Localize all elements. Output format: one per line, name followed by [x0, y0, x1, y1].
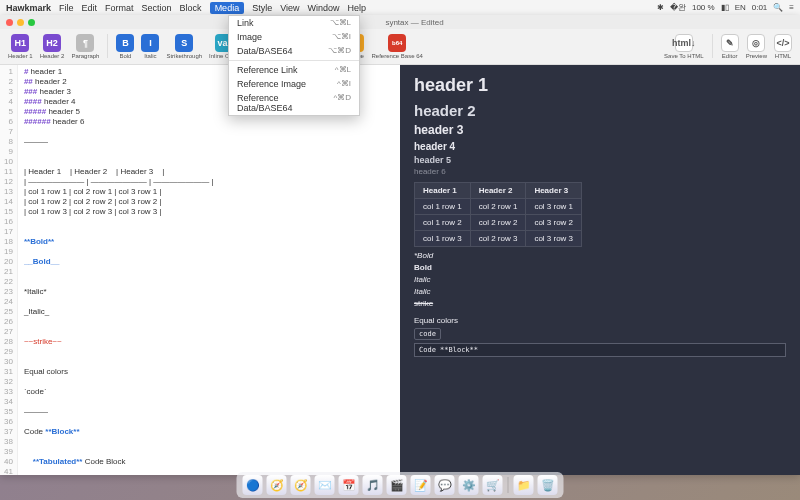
spotlight-icon[interactable]: 🔍 — [773, 3, 783, 12]
menu-item-reference-image[interactable]: Reference Image^⌘I — [229, 77, 359, 91]
preview-h3: header 3 — [414, 123, 786, 137]
italic-icon: I — [141, 34, 159, 52]
editor-icon: ✎ — [721, 34, 739, 52]
menu-help[interactable]: Help — [348, 3, 367, 13]
editor-pane[interactable]: 1234567891011121314151617181920212223242… — [0, 65, 400, 475]
html-icon: </> — [774, 34, 792, 52]
menu-item-reference-data-base64[interactable]: Reference Data/BASE64^⌘D — [229, 91, 359, 115]
header-1-icon: H1 — [11, 34, 29, 52]
preview-strike: strike — [414, 299, 786, 308]
battery-icon: ▮▯ — [721, 3, 729, 12]
titlebar: syntax — Edited — [0, 15, 800, 29]
dock-app-4[interactable]: 📅 — [339, 475, 359, 495]
toolbar-header-2[interactable]: H2Header 2 — [38, 34, 67, 59]
traffic-lights[interactable] — [6, 19, 35, 26]
dock-app-3[interactable]: ✉️ — [315, 475, 335, 495]
preview-code-block: Code **Block** — [414, 343, 786, 357]
paragraph-icon: ¶ — [76, 34, 94, 52]
bluetooth-icon: ✱ — [657, 3, 664, 12]
menu-window[interactable]: Window — [308, 3, 340, 13]
toolbar-reference-base-64[interactable]: b64Reference Base 64 — [369, 34, 424, 59]
line-gutter: 1234567891011121314151617181920212223242… — [0, 65, 18, 475]
preview-icon: ◎ — [747, 34, 765, 52]
source-code[interactable]: # header 1## header 2### header 3#### he… — [18, 65, 220, 475]
toolbar-bold[interactable]: BBold — [114, 34, 136, 59]
preview-bold-star: *Bold — [414, 251, 786, 260]
dock-app-5[interactable]: 🎵 — [363, 475, 383, 495]
lang-indicator: EN — [735, 3, 746, 12]
dock-app-8[interactable]: 💬 — [435, 475, 455, 495]
bold-icon: B — [116, 34, 134, 52]
dock-app-7[interactable]: 📝 — [411, 475, 431, 495]
preview-h2: header 2 — [414, 102, 786, 119]
preview-italic: Italic — [414, 275, 786, 284]
header-2-icon: H2 — [43, 34, 61, 52]
dock-app-0[interactable]: 🔵 — [243, 475, 263, 495]
macos-menubar: Hawkmark FileEditFormatSectionBlockMedia… — [0, 0, 800, 15]
dock-app-12[interactable]: 🗑️ — [538, 475, 558, 495]
preview-h5: header 5 — [414, 155, 786, 165]
preview-equal: Equal colors — [414, 316, 786, 325]
preview-bold: Bold — [414, 263, 786, 272]
preview-h4: header 4 — [414, 141, 786, 152]
preview-h6: header 6 — [414, 167, 786, 176]
toolbar-header-1[interactable]: H1Header 1 — [6, 34, 35, 59]
dock-app-2[interactable]: 🧭 — [291, 475, 311, 495]
toolbar-italic[interactable]: IItalic — [139, 34, 161, 59]
toolbar-paragraph[interactable]: ¶Paragraph — [69, 34, 101, 59]
clock: 0:01 — [752, 3, 768, 12]
menu-media[interactable]: Media — [210, 2, 245, 14]
menu-section[interactable]: Section — [142, 3, 172, 13]
preview-table: Header 1Header 2Header 3col 1 row 1col 2… — [414, 182, 582, 247]
menu-block[interactable]: Block — [180, 3, 202, 13]
wifi-icon: �완 — [670, 2, 686, 13]
battery-percent: 100 % — [692, 3, 715, 12]
preview-h1: header 1 — [414, 75, 786, 96]
dock-app-6[interactable]: 🎬 — [387, 475, 407, 495]
document-title: syntax — Edited — [385, 18, 443, 27]
preview-inline-code: code — [414, 328, 441, 340]
app-window: syntax — Edited H1Header 1H2Header 2¶Par… — [0, 15, 800, 475]
menu-edit[interactable]: Edit — [82, 3, 98, 13]
menu-item-image[interactable]: Image⌥⌘I — [229, 30, 359, 44]
menu-format[interactable]: Format — [105, 3, 134, 13]
dock-app-1[interactable]: 🧭 — [267, 475, 287, 495]
save-to-html-icon: html↓ — [675, 34, 693, 52]
reference-base-64-icon: b64 — [388, 34, 406, 52]
dock-app-10[interactable]: 🛒 — [483, 475, 503, 495]
dock-app-11[interactable]: 📁 — [514, 475, 534, 495]
menu-style[interactable]: Style — [252, 3, 272, 13]
menu-item-data-base64[interactable]: Data/BASE64⌥⌘D — [229, 44, 359, 58]
preview-italic2: Italic — [414, 287, 786, 296]
toolbar-html[interactable]: </>HTML — [772, 34, 794, 59]
toolbar-preview[interactable]: ◎Preview — [744, 34, 769, 59]
media-dropdown[interactable]: Link⌥⌘LImage⌥⌘IData/BASE64⌥⌘DReference L… — [228, 15, 360, 116]
dock[interactable]: 🔵🧭🧭✉️📅🎵🎬📝💬⚙️🛒📁🗑️ — [237, 472, 564, 498]
preview-pane: header 1 header 2 header 3 header 4 head… — [400, 65, 800, 475]
toolbar-editor[interactable]: ✎Editor — [719, 34, 741, 59]
toolbar-strikethrough[interactable]: SStrikethrough — [164, 34, 204, 59]
toolbar: H1Header 1H2Header 2¶ParagraphBBoldIItal… — [0, 29, 800, 65]
menu-file[interactable]: File — [59, 3, 74, 13]
menu-view[interactable]: View — [280, 3, 299, 13]
strikethrough-icon: S — [175, 34, 193, 52]
notifications-icon[interactable]: ≡ — [789, 3, 794, 12]
toolbar-save-to-html[interactable]: html↓Save To HTML — [662, 34, 706, 59]
app-name: Hawkmark — [6, 3, 51, 13]
menu-item-reference-link[interactable]: Reference Link^⌘L — [229, 63, 359, 77]
dock-app-9[interactable]: ⚙️ — [459, 475, 479, 495]
menu-item-link[interactable]: Link⌥⌘L — [229, 16, 359, 30]
